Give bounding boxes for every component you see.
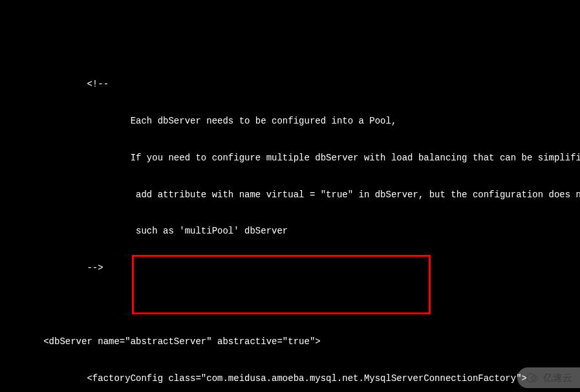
code-line: If you need to configure multiple dbServ…: [0, 152, 580, 164]
terminal-output[interactable]: <!-- Each dbServer needs to be configure…: [0, 49, 580, 392]
watermark-logo-icon: [526, 373, 539, 382]
code-line: <dbServer name="abstractServer" abstract…: [0, 336, 580, 348]
watermark-badge: 亿速云: [517, 367, 580, 388]
code-line: Each dbServer needs to be configured int…: [0, 115, 580, 127]
code-line: [0, 299, 580, 311]
code-line: add attribute with name virtual = "true"…: [0, 189, 580, 201]
code-line: <factoryConfig class="com.meidusa.amoeba…: [0, 373, 580, 385]
code-line: -->: [0, 262, 580, 274]
code-line: such as 'multiPool' dbServer: [0, 225, 580, 237]
code-line: <!--: [0, 78, 580, 91]
watermark-text: 亿速云: [543, 371, 572, 384]
